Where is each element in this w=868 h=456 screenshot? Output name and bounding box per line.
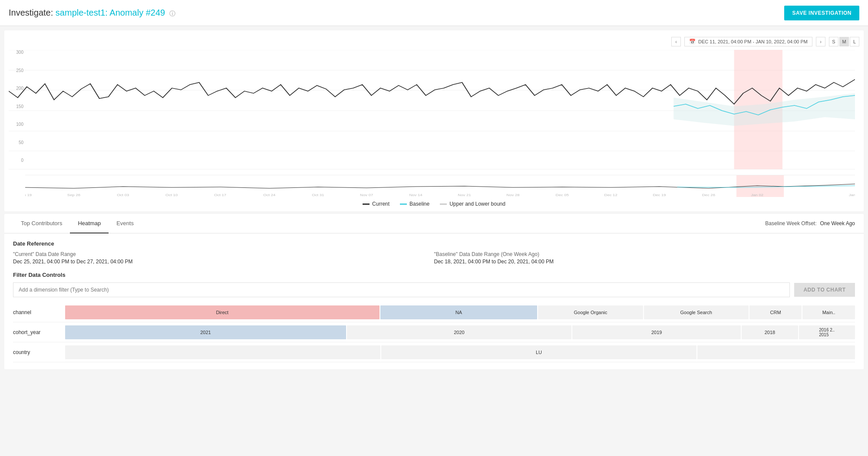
tab-heatmap[interactable]: Heatmap: [70, 214, 109, 233]
size-btn-s[interactable]: S: [829, 37, 838, 46]
svg-text:Nov 14: Nov 14: [409, 193, 422, 197]
filter-input[interactable]: [13, 282, 790, 297]
current-date-label: "Current" Data Date Range: [13, 251, 434, 257]
svg-text:Oct 31: Oct 31: [312, 193, 324, 197]
size-btn-m[interactable]: M: [839, 37, 849, 46]
svg-text:Sep 19: Sep 19: [25, 193, 32, 197]
heatmap-cells-country: LU: [65, 345, 855, 359]
filter-section: Filter Data Controls ADD TO CHART: [13, 272, 855, 297]
title-prefix: Investigate:: [9, 8, 56, 17]
svg-text:Oct 03: Oct 03: [117, 193, 129, 197]
date-range-text: DEC 11, 2021, 04:00 PM - JAN 10, 2022, 0…: [698, 39, 808, 44]
main-chart-svg: Anomaly Period Sep 19 Sep 26 Oct 03 Oct …: [9, 50, 855, 171]
legend-bounds-color: [440, 203, 447, 205]
chart-legend: Current Baseline Upper and Lower bound: [9, 201, 859, 207]
svg-text:Dec 05: Dec 05: [556, 193, 569, 197]
baseline-offset-label: Baseline Week Offset:: [765, 220, 816, 226]
date-reference-title: Date Reference: [13, 240, 855, 247]
mini-chart-svg: Sep 19 Sep 26 Oct 03 Oct 10 Oct 17 Oct 2…: [25, 175, 855, 197]
svg-text:Dec 19: Dec 19: [653, 193, 666, 197]
heatmap-cells-cohort-year: 2021 2020 2019 2018 2016 2..2015: [65, 325, 855, 339]
heatmap-cell[interactable]: LU: [381, 345, 696, 359]
size-btn-l[interactable]: L: [850, 37, 859, 46]
chart-controls: ‹ 📅 DEC 11, 2021, 04:00 PM - JAN 10, 202…: [9, 37, 859, 46]
tab-top-contributors[interactable]: Top Contributors: [13, 214, 70, 233]
heatmap-cell[interactable]: [65, 345, 380, 359]
mini-chart[interactable]: Sep 19 Sep 26 Oct 03 Oct 10 Oct 17 Oct 2…: [25, 175, 855, 197]
svg-text:Oct 24: Oct 24: [263, 193, 275, 197]
heatmap-cell[interactable]: [697, 345, 855, 359]
baseline-offset: Baseline Week Offset: One Week Ago: [765, 220, 855, 226]
baseline-date-label: "Baseline" Data Date Range (One Week Ago…: [434, 251, 855, 257]
calendar-icon: 📅: [689, 39, 696, 45]
legend-baseline: Baseline: [400, 201, 429, 207]
heatmap-row-cohort-year: cohort_year 2021 2020 2019 2018 2016 2..…: [13, 322, 855, 342]
date-reference: Date Reference "Current" Data Date Range…: [13, 240, 855, 265]
heatmap-cells-channel: Direct NA Google Organic Google Search C…: [65, 305, 855, 319]
svg-text:Nov 21: Nov 21: [458, 193, 471, 197]
heatmap-cell[interactable]: 2020: [347, 325, 571, 339]
legend-baseline-label: Baseline: [409, 201, 429, 207]
svg-text:Dec 12: Dec 12: [604, 193, 618, 197]
heatmap-label-country: country: [13, 349, 65, 355]
baseline-date-ref: "Baseline" Data Date Range (One Week Ago…: [434, 251, 855, 265]
legend-bounds-label: Upper and Lower bound: [449, 201, 505, 207]
info-icon[interactable]: ⓘ: [168, 10, 175, 17]
page-header: Investigate: sample-test1: Anomaly #249 …: [0, 0, 868, 26]
tabs: Top Contributors Heatmap Events: [13, 214, 142, 233]
save-investigation-button[interactable]: SAVE INVESTIGATION: [784, 6, 859, 20]
heatmap-cell[interactable]: 2019: [572, 325, 741, 339]
filter-title: Filter Data Controls: [13, 272, 855, 278]
tab-events[interactable]: Events: [109, 214, 142, 233]
heatmap-row-country: country LU: [13, 342, 855, 362]
heatmap-cell[interactable]: Main..: [802, 305, 855, 319]
legend-current-color: [363, 203, 370, 205]
chart-section: ‹ 📅 DEC 11, 2021, 04:00 PM - JAN 10, 202…: [4, 30, 864, 211]
baseline-offset-value: One Week Ago: [820, 220, 855, 226]
current-date-value: Dec 25, 2021, 04:00 PM to Dec 27, 2021, …: [13, 259, 434, 265]
page-title: Investigate: sample-test1: Anomaly #249 …: [9, 8, 175, 18]
heatmap-cell[interactable]: 2018: [742, 325, 798, 339]
heatmap-cell[interactable]: NA: [380, 305, 538, 319]
heatmap-cell[interactable]: CRM: [749, 305, 802, 319]
svg-text:Jan 02: Jan 02: [751, 193, 763, 197]
legend-current: Current: [363, 201, 389, 207]
chart-prev-button[interactable]: ‹: [671, 37, 681, 46]
tabs-bar: Top Contributors Heatmap Events Baseline…: [4, 214, 864, 233]
date-ref-row: "Current" Data Date Range Dec 25, 2021, …: [13, 251, 855, 265]
svg-text:Jan 09: Jan 09: [849, 193, 855, 197]
main-chart[interactable]: Anomaly Period Sep 19 Sep 26 Oct 03 Oct …: [9, 50, 855, 171]
legend-baseline-color: [400, 203, 407, 205]
legend-current-label: Current: [372, 201, 389, 207]
svg-text:Nov 07: Nov 07: [360, 193, 373, 197]
heatmap-label-channel: channel: [13, 309, 65, 315]
heatmap-cell[interactable]: 2021: [65, 325, 346, 339]
svg-text:Sep 26: Sep 26: [67, 193, 81, 197]
heatmap-cell[interactable]: Direct: [65, 305, 380, 319]
heatmap-cell[interactable]: 2016 2..2015: [799, 325, 855, 339]
legend-bounds: Upper and Lower bound: [440, 201, 505, 207]
date-range-pill: 📅 DEC 11, 2021, 04:00 PM - JAN 10, 2022,…: [684, 37, 812, 46]
svg-text:Dec 26: Dec 26: [702, 193, 716, 197]
svg-text:Nov 28: Nov 28: [506, 193, 520, 197]
size-buttons: S M L: [829, 37, 859, 46]
chart-next-button[interactable]: ›: [816, 37, 825, 46]
heatmap-cell[interactable]: Google Organic: [538, 305, 643, 319]
heatmap-label-cohort-year: cohort_year: [13, 329, 65, 335]
current-date-ref: "Current" Data Date Range Dec 25, 2021, …: [13, 251, 434, 265]
tab-content: Date Reference "Current" Data Date Range…: [4, 233, 864, 369]
bottom-section: Top Contributors Heatmap Events Baseline…: [4, 214, 864, 369]
heatmap-row-channel: channel Direct NA Google Organic Google …: [13, 302, 855, 322]
heatmap: channel Direct NA Google Organic Google …: [13, 302, 855, 362]
heatmap-cell[interactable]: Google Search: [644, 305, 749, 319]
title-link: sample-test1: Anomaly #249: [56, 8, 165, 17]
add-to-chart-button[interactable]: ADD TO CHART: [794, 283, 855, 297]
baseline-date-value: Dec 18, 2021, 04:00 PM to Dec 20, 2021, …: [434, 259, 855, 265]
svg-text:Oct 17: Oct 17: [214, 193, 226, 197]
svg-text:Oct 10: Oct 10: [165, 193, 178, 197]
filter-row: ADD TO CHART: [13, 282, 855, 297]
